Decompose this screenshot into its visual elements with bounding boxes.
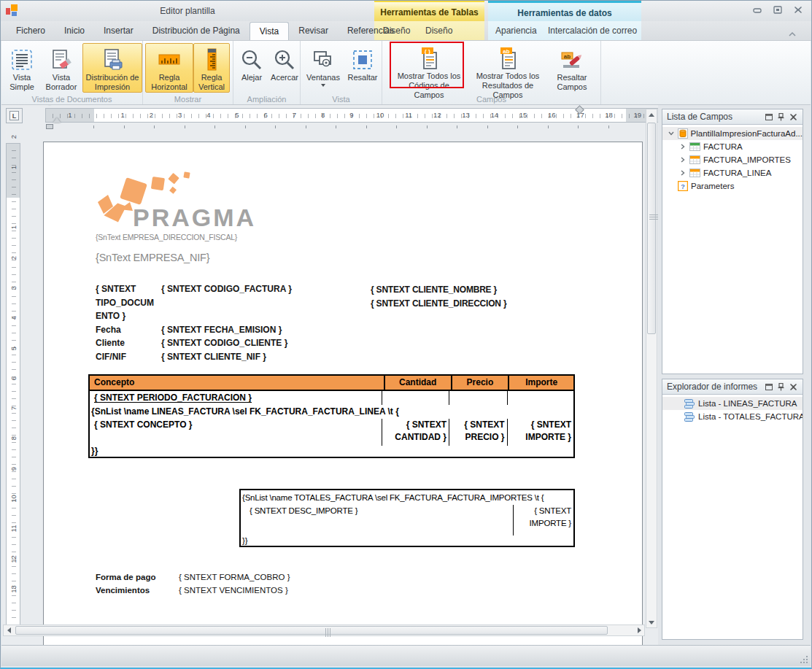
scroll-up-button[interactable]: [646, 109, 657, 120]
indent-marker[interactable]: [46, 105, 53, 118]
forma-pago-label[interactable]: Forma de pago: [96, 571, 179, 584]
acercar-button[interactable]: Acercar: [268, 43, 301, 93]
tab-intercalacion-correo[interactable]: Intercalación de correo: [548, 21, 637, 40]
tree-item-factura-importes[interactable]: FACTURA_IMPORTES: [662, 153, 803, 166]
tab-revisar[interactable]: Revisar: [289, 21, 338, 40]
totals-snlist-open[interactable]: {SnList \name TOTALES_FACTURA \sel FK_FA…: [241, 490, 573, 503]
mostrar-codigos-campos-button[interactable]: { } Mostrar Todos los Códigos de Campos: [393, 43, 465, 93]
vertical-scroll-thumb[interactable]: [647, 123, 656, 334]
resaltar-campos-button[interactable]: ab Resaltar Campos: [550, 43, 594, 93]
tab-diseno-2[interactable]: Diseño: [425, 21, 452, 40]
fecha-label[interactable]: Fecha: [96, 323, 161, 337]
scroll-left-button[interactable]: [4, 625, 14, 635]
totals-importe-field[interactable]: { SNTEXT IMPORTE }: [513, 505, 571, 535]
vencimientos-label[interactable]: Vencimientos: [96, 584, 179, 598]
list-item-totales-factura[interactable]: Lista - TOTALES_FACTURA: [662, 410, 803, 423]
tab-insertar[interactable]: Insertar: [94, 21, 143, 40]
fecha-emision-field[interactable]: { SNTEXT FECHA_EMISION }: [161, 323, 402, 337]
precio-field[interactable]: { SNTEXT PRECIO }: [449, 419, 507, 446]
table-header-row[interactable]: Concepto Cantidad Precio Importe: [90, 376, 573, 391]
resize-grip[interactable]: [799, 654, 808, 663]
cantidad-field[interactable]: { SNTEXT CANTIDAD }: [382, 419, 449, 446]
totals-close[interactable]: }}: [241, 535, 573, 546]
table-row[interactable]: { SNTEXT CONCEPTO } { SNTEXT CANTIDAD } …: [90, 419, 573, 446]
restore-button[interactable]: [772, 5, 784, 15]
vencimientos-field[interactable]: { SNTEXT VENCIMIENTOS }: [179, 584, 290, 598]
chevron-right-icon[interactable]: [678, 170, 688, 176]
snlist-open-row[interactable]: {SnList \name LINEAS_FACTURA \sel FK_FAC…: [90, 405, 573, 419]
panel-maximize-icon[interactable]: [762, 112, 775, 123]
regla-horizontal-button[interactable]: Regla Horizontal: [145, 43, 193, 93]
resaltar-button[interactable]: Resaltar: [344, 43, 382, 93]
tipo-documento-field[interactable]: { SNTEXT TIPO_DOCUMENTO }: [96, 282, 161, 323]
header-importe[interactable]: Importe: [508, 376, 573, 390]
client-fields[interactable]: { SNTEXT CLIENTE_NOMBRE } { SNTEXT CLIEN…: [371, 283, 506, 312]
tab-distribucion-pagina[interactable]: Distribución de Página: [143, 21, 250, 40]
panel-close-icon[interactable]: [787, 112, 800, 123]
cliente-label[interactable]: Cliente: [96, 336, 161, 350]
header-cantidad[interactable]: Cantidad: [384, 376, 451, 390]
tab-fichero[interactable]: Fichero: [7, 21, 55, 40]
tree-item-root[interactable]: PlantillaImpresionFacturaAd...: [662, 127, 803, 140]
invoice-header-fields[interactable]: { SNTEXT TIPO_DOCUMENTO } { SNTEXT CODIG…: [96, 282, 402, 364]
v-ruler[interactable]: 2112345678910111213: [6, 143, 20, 628]
header-concepto[interactable]: Concepto: [90, 376, 384, 390]
tree-item-factura[interactable]: FACTURA: [662, 140, 803, 153]
horizontal-scroll-thumb[interactable]: [15, 626, 608, 635]
mostrar-resultados-campos-button[interactable]: ab Mostrar Todos los Resultados de Campo…: [465, 43, 550, 93]
tab-diseno-1[interactable]: Diseño: [383, 21, 410, 40]
table-row[interactable]: { SNTEXT PERIODO_FACTURACION }: [90, 391, 573, 405]
list-item-lineas-factura[interactable]: Lista - LINEAS_FACTURA: [662, 397, 803, 410]
tree-item-parameters[interactable]: ? Parameters: [662, 179, 803, 193]
vista-borrador-button[interactable]: Vista Borrador: [40, 43, 82, 93]
h-ruler[interactable]: 1 12345678910111213141516171819: [45, 108, 658, 123]
tab-stop-selector[interactable]: L: [6, 108, 23, 123]
scroll-down-button[interactable]: [646, 617, 657, 627]
totals-table[interactable]: {SnList \name TOTALES_FACTURA \sel FK_FA…: [239, 489, 575, 547]
tab-inicio[interactable]: Inicio: [55, 21, 94, 40]
forma-cobro-field[interactable]: { SNTEXT FORMA_COBRO }: [179, 571, 290, 584]
distribucion-impresion-button[interactable]: Distribución de Impresión: [82, 43, 142, 93]
chevron-down-icon[interactable]: [666, 131, 676, 136]
chevron-right-icon[interactable]: [678, 144, 688, 150]
chevron-right-icon[interactable]: [678, 157, 688, 163]
tab-vista[interactable]: Vista: [250, 22, 289, 40]
ventanas-button[interactable]: Ventanas: [303, 43, 344, 93]
collapse-ribbon-icon[interactable]: [788, 27, 798, 34]
cliente-nombre-field[interactable]: { SNTEXT CLIENTE_NOMBRE }: [371, 283, 506, 297]
vertical-scrollbar[interactable]: [646, 109, 657, 628]
importe-field[interactable]: { SNTEXT IMPORTE }: [507, 419, 573, 446]
payment-fields[interactable]: Forma de pago { SNTEXT FORMA_COBRO } Ven…: [96, 571, 290, 597]
empresa-direccion-field[interactable]: {SnText EMPRESA_DIRECCION_FISCAL}: [96, 233, 237, 241]
close-button[interactable]: [792, 5, 804, 15]
tree-item-factura-linea[interactable]: FACTURA_LINEA: [662, 166, 803, 179]
scroll-right-button[interactable]: [634, 625, 644, 635]
minimize-button[interactable]: [751, 5, 763, 15]
panel-maximize-icon[interactable]: [762, 382, 775, 392]
codigo-cliente-field[interactable]: { SNTEXT CODIGO_CLIENTE }: [161, 336, 402, 350]
tab-apariencia[interactable]: Apariencia: [495, 21, 537, 40]
document-page[interactable]: PRAGMA {SnText EMPRESA_DIRECCION_FISCAL}…: [43, 142, 643, 646]
concepto-field[interactable]: { SNTEXT CONCEPTO }: [90, 419, 382, 446]
left-indent-marker[interactable]: [46, 124, 53, 129]
panel-pin-icon[interactable]: [775, 112, 787, 123]
ribbon-button-label: Vista Borrador: [41, 73, 82, 92]
regla-vertical-button[interactable]: Regla Vertical: [193, 43, 230, 93]
cliente-nif-field[interactable]: { SNTEXT CLIENTE_NIF }: [161, 350, 402, 364]
vista-simple-button[interactable]: Vista Simple: [4, 43, 40, 93]
header-precio[interactable]: Precio: [451, 376, 509, 390]
periodo-facturacion-field[interactable]: { SNTEXT PERIODO_FACTURACION }: [94, 392, 252, 403]
desc-importe-field[interactable]: { SNTEXT DESC_IMPORTE }: [250, 505, 357, 517]
codigo-factura-field[interactable]: { SNTEXT CODIGO_FACTURA }: [161, 282, 402, 323]
alejar-button[interactable]: Alejar: [236, 43, 268, 93]
invoice-lines-table[interactable]: Concepto Cantidad Precio Importe { SNTEX…: [88, 374, 575, 458]
snlist-close-row[interactable]: }}: [90, 446, 573, 457]
empresa-nif-field[interactable]: {SnText EMPRESA_NIF}: [96, 252, 209, 263]
cif-nif-label[interactable]: CIF/NIF: [96, 350, 161, 364]
horizontal-scrollbar[interactable]: [3, 624, 645, 636]
panel-close-icon[interactable]: [787, 382, 800, 392]
database-icon: [678, 128, 688, 139]
app-window: Editor plantilla Herramientas de Tablas …: [0, 0, 812, 669]
cliente-direccion-field[interactable]: { SNTEXT CLIENTE_DIRECCION }: [371, 297, 506, 311]
panel-pin-icon[interactable]: [775, 382, 787, 392]
